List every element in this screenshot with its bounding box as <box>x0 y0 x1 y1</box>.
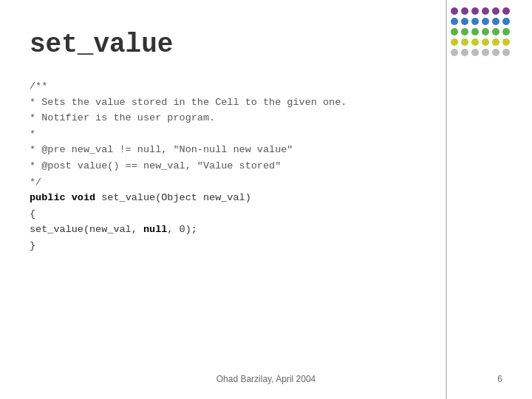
decorative-dot <box>482 38 489 46</box>
decorative-dot <box>482 18 489 25</box>
slide-title: set_value <box>30 30 502 60</box>
decorative-dot <box>461 28 468 35</box>
code-line-9: { <box>30 206 502 222</box>
code-line-10: set_value(new_val, null, 0); <box>30 222 502 238</box>
decorative-dot <box>461 18 468 25</box>
slide: set_value /** * Sets the value stored in… <box>0 0 532 399</box>
decorative-dot <box>451 18 458 25</box>
decorative-dot <box>451 28 458 35</box>
decorative-dot <box>492 18 499 25</box>
decorative-dot <box>451 38 458 46</box>
title-text: set_value <box>30 30 173 60</box>
code-line-1: /** <box>30 78 502 95</box>
decorative-dot <box>471 49 479 56</box>
vertical-separator <box>446 0 447 399</box>
keyword-null: null <box>143 224 167 235</box>
code-indent: set_value(new_val, <box>30 224 143 235</box>
code-block: /** * Sets the value stored in the Cell … <box>30 78 502 254</box>
code-line-8: public void set_value(Object new_val) <box>30 190 502 206</box>
code-line-8-rest: set_value(Object new_val) <box>101 192 251 203</box>
code-line-4: * <box>30 126 502 143</box>
code-line-3: * Notifier is the user program. <box>30 110 502 126</box>
decorative-dot <box>471 7 479 15</box>
code-line-2: * Sets the value stored in the Cell to t… <box>30 95 502 111</box>
decorative-dot <box>492 7 499 15</box>
decorative-dot <box>502 28 510 35</box>
decorative-dot <box>461 7 468 15</box>
footer-credit: Ohad Barzilay, April 2004 <box>216 374 316 384</box>
decorative-dot <box>502 38 510 46</box>
decorative-dot <box>482 28 489 35</box>
decorative-dot <box>461 49 468 56</box>
decorative-dot <box>492 28 499 35</box>
code-line-7: */ <box>30 174 502 191</box>
code-line-11: } <box>30 238 502 254</box>
code-line-6: * @post value() == new_val, "Value store… <box>30 158 502 174</box>
footer: Ohad Barzilay, April 2004 <box>0 374 532 384</box>
decorative-dot <box>471 28 479 35</box>
decorative-dot <box>482 49 489 56</box>
decorative-dot <box>502 18 510 25</box>
code-line-5: * @pre new_val != null, "Non-null new va… <box>30 142 502 158</box>
decorative-dot <box>492 49 499 56</box>
decorative-dot <box>492 38 499 46</box>
keyword-void: void <box>72 192 95 203</box>
decorative-dot <box>451 49 458 56</box>
code-line-10-rest: , 0); <box>167 224 197 235</box>
decorative-dot <box>461 38 468 46</box>
decorative-dots <box>451 7 517 59</box>
decorative-dot <box>502 7 510 15</box>
decorative-dot <box>502 49 510 56</box>
decorative-dot <box>471 18 479 25</box>
decorative-dot <box>482 7 489 15</box>
decorative-dot <box>471 38 479 46</box>
footer-page-number: 6 <box>497 374 502 384</box>
decorative-dot <box>451 7 458 15</box>
keyword-public: public <box>30 192 66 203</box>
